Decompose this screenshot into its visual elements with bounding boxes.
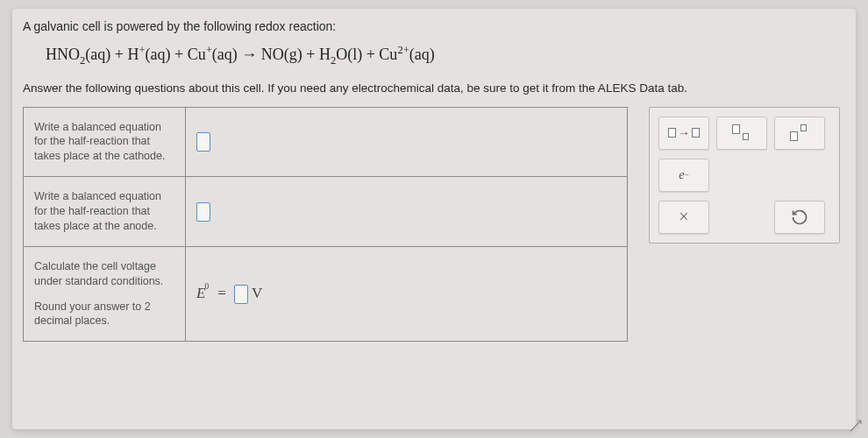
table-row: Write a balanced equation for the half-r… (24, 177, 628, 247)
answer-table: Write a balanced equation for the half-r… (23, 107, 628, 343)
fraction-subscript-button[interactable] (716, 117, 767, 150)
reset-button[interactable] (774, 201, 825, 234)
e-superscript-zero: 0 (204, 282, 209, 291)
volt-unit: V (252, 285, 262, 301)
superscript-button[interactable] (774, 117, 825, 150)
equals-sign: = (217, 285, 226, 301)
anode-input[interactable] (196, 202, 210, 222)
close-button[interactable]: × (658, 201, 709, 234)
voltage-prompt-a: Calculate the cell voltage under standar… (34, 259, 174, 289)
instructions-text: Answer the following questions about thi… (23, 78, 845, 107)
anode-answer-cell (186, 177, 628, 247)
close-icon: × (679, 207, 688, 227)
voltage-answer-cell: E0 = V (186, 246, 628, 342)
voltage-prompt-b: Round your answer to 2 decimal places. (34, 300, 174, 329)
reset-icon (791, 208, 808, 226)
cathode-answer-cell (186, 107, 628, 177)
anode-prompt: Write a balanced equation for the half-r… (24, 177, 186, 247)
table-row: Calculate the cell voltage under standar… (24, 246, 628, 342)
resize-corner-icon (849, 419, 863, 433)
cathode-prompt: Write a balanced equation for the half-r… (24, 107, 186, 177)
redox-equation: HNO2(aq) + H+(aq) + Cu+(aq) → NO(g) + H2… (23, 42, 845, 78)
table-row: Write a balanced equation for the half-r… (24, 107, 628, 177)
cathode-input[interactable] (196, 132, 210, 152)
voltage-input[interactable] (234, 285, 248, 304)
voltage-prompt: Calculate the cell voltage under standar… (24, 246, 186, 342)
electron-symbol-button[interactable]: e− (658, 159, 709, 192)
symbol-palette: → e− (649, 107, 840, 244)
question-title: A galvanic cell is powered by the follow… (23, 16, 845, 42)
arrow-symbol-button[interactable]: → (658, 117, 709, 150)
